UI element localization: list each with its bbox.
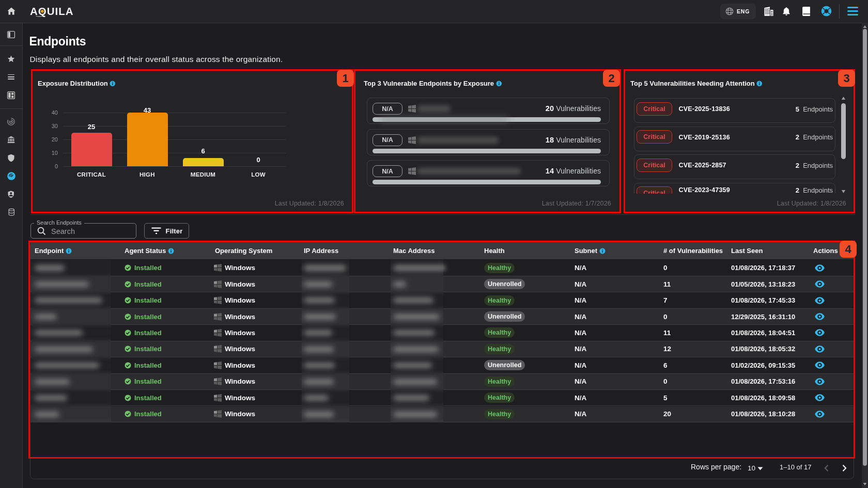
svg-text:AQUILA: AQUILA (30, 5, 74, 17)
